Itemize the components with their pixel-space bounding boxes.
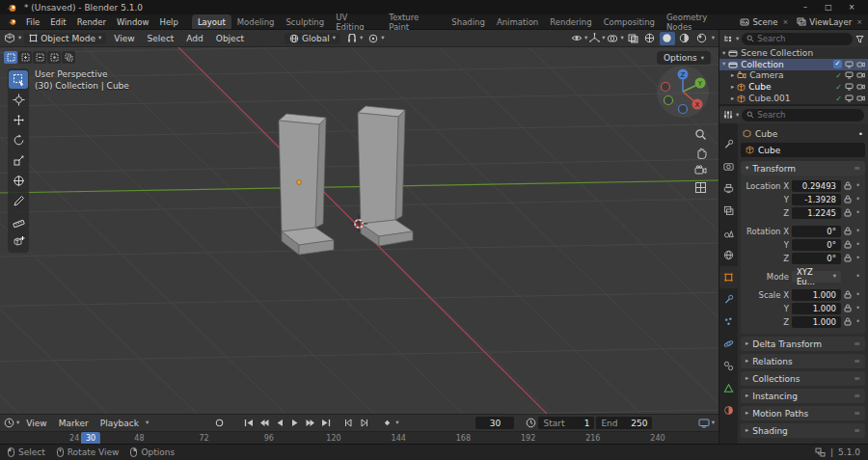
panel-instancing[interactable]: ▸Instancing≡ bbox=[741, 389, 865, 403]
animate-dot-icon[interactable]: • bbox=[854, 304, 861, 312]
lock-icon[interactable] bbox=[844, 317, 852, 326]
rotation-z-field[interactable]: 0° bbox=[792, 253, 841, 264]
proportional-chevron-icon[interactable]: ▾ bbox=[381, 35, 384, 41]
menu-help[interactable]: Help bbox=[154, 15, 182, 29]
animate-dot-icon[interactable]: • bbox=[854, 317, 861, 326]
hide-viewport-icon[interactable] bbox=[845, 95, 854, 102]
animate-dot-icon[interactable]: • bbox=[854, 195, 861, 203]
minimize-button[interactable]: – bbox=[795, 3, 816, 12]
transform-panel-header[interactable]: ▾ Transform ≡ bbox=[741, 161, 865, 176]
editor-type-chevron-icon[interactable]: ▾ bbox=[18, 35, 21, 41]
animate-dot-icon[interactable]: • bbox=[854, 290, 861, 299]
snap-chevron-icon[interactable]: ▾ bbox=[360, 35, 363, 41]
expand-icon[interactable]: ▸ bbox=[731, 95, 734, 102]
ruler-tick[interactable]: 48 bbox=[134, 434, 144, 443]
shading-solid-button[interactable] bbox=[660, 32, 675, 45]
select-subtract-mode-button[interactable] bbox=[33, 51, 46, 64]
viewport-menu-add[interactable]: Add bbox=[181, 33, 207, 44]
tool-tab-icon[interactable] bbox=[719, 133, 738, 155]
ruler-tick[interactable]: 120 bbox=[326, 434, 340, 443]
rotate-tool[interactable] bbox=[9, 131, 28, 149]
ruler-tick[interactable]: 24 bbox=[69, 434, 79, 443]
outliner-search-input[interactable] bbox=[757, 34, 848, 43]
play-reverse-button[interactable] bbox=[272, 417, 286, 430]
workspace-tab-shading[interactable]: Shading bbox=[446, 14, 491, 29]
visibility-chevron-icon[interactable]: ▾ bbox=[584, 35, 587, 41]
panel-collections[interactable]: ▸Collections≡ bbox=[741, 371, 865, 386]
workspace-tab-geometry-nodes[interactable]: Geometry Nodes bbox=[661, 14, 740, 29]
panel-grip-icon[interactable]: ≡ bbox=[854, 357, 860, 365]
outliner-item-label[interactable]: Cube.001 bbox=[748, 94, 790, 103]
expand-icon[interactable]: ▸ bbox=[731, 84, 734, 91]
keying-chevron-icon[interactable]: ▾ bbox=[395, 419, 398, 426]
scale-tool[interactable] bbox=[9, 151, 28, 170]
workspace-tab-uv-editing[interactable]: UV Editing bbox=[330, 14, 383, 29]
workspace-tab-modeling[interactable]: Modeling bbox=[231, 14, 281, 29]
lock-icon[interactable] bbox=[844, 208, 852, 217]
location-z-field[interactable]: 1.2245 bbox=[792, 207, 841, 219]
jump-to-end-button[interactable] bbox=[318, 417, 333, 430]
properties-editor-icon[interactable] bbox=[723, 110, 733, 120]
properties-search-input[interactable] bbox=[757, 110, 859, 120]
rotation-y-field[interactable]: 0° bbox=[792, 239, 841, 251]
location-y-field[interactable]: -1.3928 bbox=[792, 194, 841, 205]
material-tab-icon[interactable] bbox=[719, 399, 738, 421]
gizmo-x-label[interactable]: X bbox=[695, 101, 700, 109]
outliner-editor-icon[interactable] bbox=[723, 34, 733, 43]
shading-material-button[interactable] bbox=[677, 32, 692, 45]
animate-dot-icon[interactable]: • bbox=[854, 181, 861, 190]
overlays-toggle-icon[interactable] bbox=[607, 34, 618, 43]
pin-id-icon[interactable]: • bbox=[858, 129, 863, 139]
workspace-tab-compositing[interactable]: Compositing bbox=[598, 14, 661, 29]
animate-dot-icon[interactable]: • bbox=[854, 208, 861, 217]
shading-rendered-button[interactable] bbox=[694, 32, 710, 45]
select-set-mode-button[interactable] bbox=[4, 51, 17, 64]
outliner-row-camera[interactable]: ▸ Camera ✓ bbox=[719, 70, 868, 82]
disable-render-icon[interactable] bbox=[856, 83, 865, 91]
hide-viewport-icon[interactable] bbox=[845, 61, 854, 68]
outliner-row-cube[interactable]: ▸ Cube ✓ bbox=[719, 81, 868, 93]
object-name-field[interactable]: Cube bbox=[741, 143, 865, 157]
shading-wireframe-button[interactable] bbox=[642, 32, 658, 45]
frame-start-field[interactable]: Start 1 bbox=[538, 417, 594, 429]
snap-magnet-icon[interactable] bbox=[347, 34, 357, 43]
ruler-tick[interactable]: 168 bbox=[456, 434, 471, 443]
particles-tab-icon[interactable] bbox=[719, 311, 738, 333]
object-tab-icon[interactable] bbox=[719, 266, 738, 288]
ruler-tick[interactable]: 144 bbox=[392, 434, 406, 443]
select-invert-mode-button[interactable] bbox=[47, 51, 61, 64]
cursor-tool[interactable] bbox=[9, 91, 28, 109]
menu-window[interactable]: Window bbox=[112, 15, 154, 29]
hide-viewport-icon[interactable] bbox=[845, 83, 854, 91]
frame-end-field[interactable]: End 250 bbox=[596, 417, 652, 429]
outliner-row-cube-001[interactable]: ▸ Cube.001 ✓ bbox=[719, 93, 868, 104]
ruler-tick[interactable]: 240 bbox=[650, 434, 665, 443]
lock-icon[interactable] bbox=[844, 254, 852, 262]
current-frame-field[interactable]: 30 bbox=[475, 417, 514, 429]
zoom-icon[interactable] bbox=[694, 128, 707, 141]
transform-tool[interactable] bbox=[9, 172, 28, 190]
panel-delta-transform[interactable]: ▸Delta Transform≡ bbox=[741, 337, 865, 351]
panel-relations[interactable]: ▸Relations≡ bbox=[741, 354, 865, 368]
timeline-menu-view[interactable]: View bbox=[21, 418, 51, 429]
proportional-edit-icon[interactable] bbox=[368, 34, 378, 43]
collection-checkbox[interactable]: ✓ bbox=[833, 60, 842, 68]
gizmos-chevron-icon[interactable]: ▾ bbox=[602, 35, 605, 41]
properties-editor-chevron-icon[interactable]: ▾ bbox=[736, 112, 739, 119]
scene-unlink-icon[interactable]: × bbox=[780, 18, 790, 26]
blender-menu-icon[interactable] bbox=[4, 17, 20, 26]
3d-viewport[interactable]: User Perspective (30) Collection | Cube … bbox=[0, 47, 719, 414]
scale-x-field[interactable]: 1.000 bbox=[792, 289, 841, 301]
outliner-item-label[interactable]: Scene Collection bbox=[741, 48, 813, 58]
lock-icon[interactable] bbox=[844, 240, 852, 249]
gizmo-y-label[interactable]: Y bbox=[697, 80, 703, 88]
next-keyframe-button[interactable] bbox=[303, 417, 317, 430]
menu-file[interactable]: File bbox=[21, 15, 44, 29]
use-preview-range-icon[interactable] bbox=[526, 418, 536, 428]
overlays-chevron-icon[interactable]: ▾ bbox=[620, 35, 623, 41]
hide-viewport-icon[interactable] bbox=[845, 71, 854, 79]
viewport-menu-select[interactable]: Select bbox=[143, 33, 179, 44]
object-data-tab-icon[interactable] bbox=[719, 377, 738, 399]
move-tool[interactable] bbox=[9, 111, 28, 129]
ortho-toggle-icon[interactable] bbox=[694, 181, 707, 194]
